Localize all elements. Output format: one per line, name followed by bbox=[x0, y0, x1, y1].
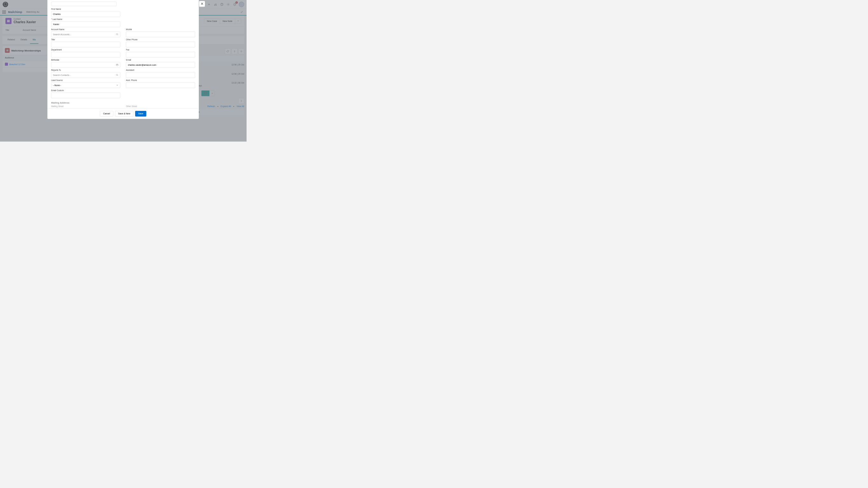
account-name-label: Account Name bbox=[51, 29, 120, 31]
svg-marker-38 bbox=[117, 85, 118, 86]
close-icon[interactable]: ✕ bbox=[199, 1, 205, 7]
other-phone-input[interactable] bbox=[126, 41, 195, 47]
reports-to-lookup[interactable]: Search Contacts... bbox=[51, 72, 120, 78]
mobile-label: Mobile bbox=[126, 29, 195, 31]
save-button[interactable]: Save bbox=[135, 111, 146, 117]
svg-line-31 bbox=[118, 35, 118, 35]
other-phone-label: Other Phone bbox=[126, 39, 195, 41]
svg-rect-32 bbox=[116, 64, 118, 66]
svg-point-30 bbox=[116, 33, 118, 35]
email-input[interactable] bbox=[126, 62, 195, 68]
cancel-button[interactable]: Cancel bbox=[100, 111, 114, 117]
chevron-down-icon bbox=[116, 84, 118, 86]
lead-source-label: Lead Source bbox=[51, 79, 120, 81]
other-street-label: Other Street bbox=[126, 105, 195, 108]
mailing-street-label: Mailing Street bbox=[51, 105, 120, 108]
birthdate-label: Birthdate bbox=[51, 59, 120, 61]
last-name-input[interactable] bbox=[51, 21, 120, 27]
fax-input[interactable] bbox=[126, 52, 195, 58]
calendar-icon bbox=[116, 64, 118, 66]
email-label: Email bbox=[126, 59, 195, 61]
search-icon bbox=[116, 74, 118, 76]
title-label: Title bbox=[51, 39, 120, 41]
mobile-input[interactable] bbox=[126, 31, 195, 37]
last-name-label: Last Name bbox=[51, 19, 120, 21]
svg-point-36 bbox=[116, 74, 118, 75]
department-label: Department bbox=[51, 49, 120, 51]
account-name-lookup[interactable]: Search Accounts... bbox=[51, 31, 120, 37]
email-custom-input[interactable] bbox=[51, 92, 120, 98]
svg-line-37 bbox=[118, 75, 118, 76]
email-custom-label: Email Custom bbox=[51, 89, 120, 92]
asst-phone-input[interactable] bbox=[126, 82, 195, 88]
save-new-button[interactable]: Save & New bbox=[115, 111, 133, 117]
search-icon bbox=[116, 33, 118, 35]
asst-phone-label: Asst. Phone bbox=[126, 79, 195, 81]
first-name-input[interactable] bbox=[51, 11, 120, 17]
birthdate-input[interactable] bbox=[51, 62, 120, 68]
reports-to-label: Reports To bbox=[51, 69, 120, 71]
assistant-input[interactable] bbox=[126, 72, 195, 78]
fax-label: Fax bbox=[126, 49, 195, 51]
mailing-address-section: Mailing Address bbox=[51, 101, 195, 104]
first-name-label: First Name bbox=[51, 8, 120, 10]
assistant-label: Assistant bbox=[126, 69, 195, 71]
department-input[interactable] bbox=[51, 52, 120, 58]
title-input[interactable] bbox=[51, 41, 120, 47]
lead-source-select[interactable]: --None-- bbox=[51, 82, 120, 88]
